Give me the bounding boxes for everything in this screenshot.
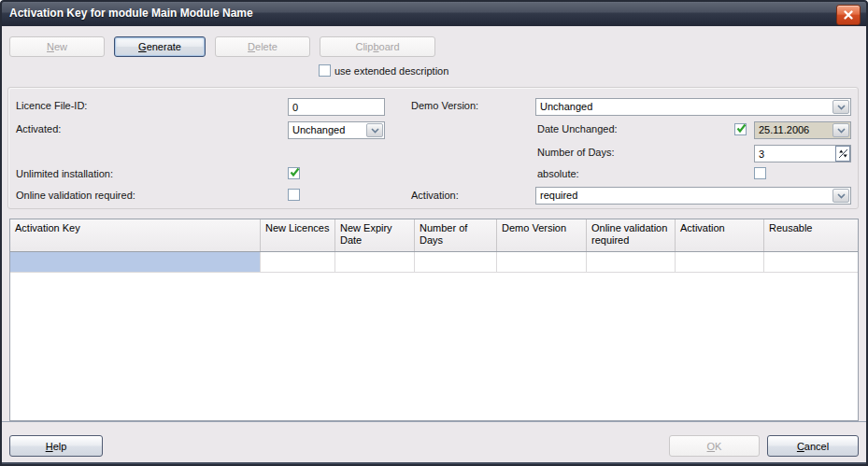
table-cell-selected[interactable] [10,252,261,272]
button-label: G [138,41,147,52]
table-cell[interactable] [335,252,415,272]
check-icon [289,166,301,178]
demo-version-value: Unchanged [540,101,592,112]
online-validation-required-label: Online validation required: [16,190,135,201]
table-row[interactable] [10,252,858,273]
chevron-down-icon [371,128,379,134]
button-label: enerate [147,41,181,52]
generate-button[interactable]: Generate [114,36,206,57]
button-label: oard [379,41,400,52]
check-icon [735,122,747,134]
chevron-down-icon [837,105,846,110]
use-extended-description-label: use extended description [334,65,448,77]
table-cell[interactable] [415,252,497,272]
delete-button[interactable]: Delete [215,36,310,57]
number-of-days-label: Number of Days: [537,147,615,158]
date-unchanged-checkbox[interactable] [734,123,747,135]
chevron-down-icon [837,128,846,134]
absolute-checkbox[interactable] [754,167,766,179]
activation-key-table: Activation Key New Licences New Expiry D… [9,219,859,421]
absolute-label: absolute: [537,168,579,179]
demo-version-select[interactable]: Unchanged [535,98,851,116]
button-label: C [797,441,804,452]
button-label: elete [255,41,277,52]
button-label: ancel [804,441,829,452]
date-unchanged-select[interactable]: 25.11.2006 [754,121,851,139]
licence-file-id-label: Licence File-ID: [16,100,87,111]
demo-version-label: Demo Version: [411,100,478,111]
licence-file-id-input[interactable] [288,98,385,116]
close-icon [843,9,854,21]
activation-label: Activation: [411,190,459,201]
date-unchanged-label: Date Unchanged: [537,123,618,134]
column-header-activation-key[interactable]: Activation Key [10,219,261,251]
activated-label: Activated: [16,123,61,134]
activation-key-dialog: Activation Key for module Main Module Na… [0,0,868,466]
button-label: N [47,41,54,52]
column-header-new-licences[interactable]: New Licences [261,219,335,251]
column-header-demo-version[interactable]: Demo Version [497,219,587,251]
column-header-number-of-days[interactable]: Number of Days [415,219,497,251]
close-button[interactable] [836,5,861,25]
date-unchanged-value: 25.11.2006 [759,124,809,135]
column-header-new-expiry-date[interactable]: New Expiry Date [335,219,415,251]
clipboard-button[interactable]: Clipboard [320,36,435,57]
activated-select[interactable]: Unchanged [288,121,385,139]
table-cell[interactable] [587,252,676,272]
unlimited-installation-checkbox[interactable] [288,167,300,179]
chevron-down-icon [837,193,846,199]
table-cell[interactable] [676,252,764,272]
titlebar[interactable]: Activation Key for module Main Module Na… [0,0,868,26]
button-label: H [46,441,53,452]
online-validation-required-checkbox[interactable] [288,189,300,201]
column-header-reusable[interactable]: Reusable [764,219,858,251]
ok-button[interactable]: OK [669,435,760,457]
number-of-days-spinner[interactable] [835,146,850,162]
button-label: ew [54,41,67,52]
table-cell[interactable] [497,252,587,272]
table-header-row: Activation Key New Licences New Expiry D… [10,219,858,252]
button-label: O [707,441,716,452]
window-title: Activation Key for module Main Module Na… [9,7,253,20]
activation-dropdown-button[interactable] [832,189,849,203]
activated-dropdown-button[interactable] [366,123,383,137]
footer-divider [2,421,866,422]
button-label: elp [53,441,67,452]
cancel-button[interactable]: Cancel [767,435,859,457]
activated-value: Unchanged [292,124,345,135]
column-header-activation[interactable]: Activation [676,219,764,251]
activation-value: required [540,190,577,201]
use-extended-description-checkbox[interactable] [319,64,331,77]
unlimited-installation-label: Unlimited installation: [16,168,113,179]
button-label: K [715,441,721,452]
help-button[interactable]: Help [9,435,103,457]
column-header-online-validation-required[interactable]: Online validation required [587,219,676,251]
new-button[interactable]: New [9,36,105,57]
table-cell[interactable] [261,252,335,272]
activation-select[interactable]: required [535,187,851,205]
table-cell[interactable] [764,252,858,272]
date-dropdown-button[interactable] [832,123,849,137]
button-label: Clip [355,41,373,52]
up-down-spinner-icon [838,148,848,159]
demo-version-dropdown-button[interactable] [832,100,849,114]
button-label: D [248,41,255,52]
